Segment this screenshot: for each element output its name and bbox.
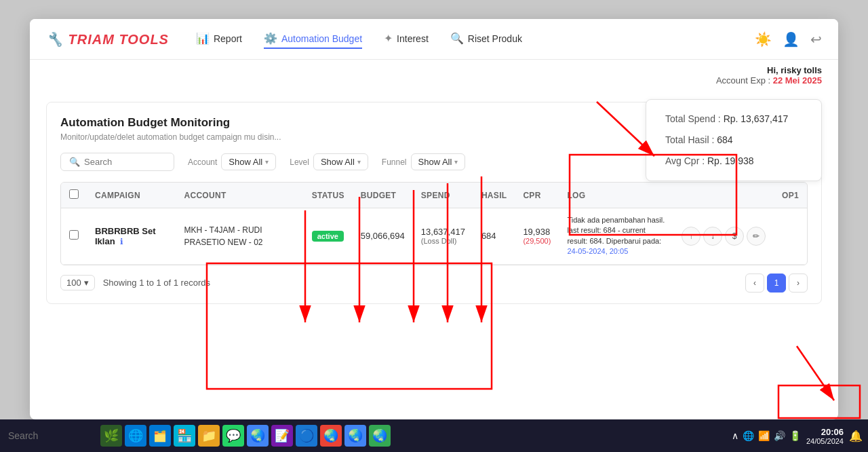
nav-item-automation-budget[interactable]: ⚙️ Automation Budget xyxy=(264,29,362,49)
dollar-button[interactable]: $ xyxy=(725,227,744,246)
taskbar-date: 24/05/2024 xyxy=(806,437,844,445)
page-info: Showing 1 to 1 of 1 records xyxy=(103,278,737,288)
user-icon[interactable]: 👤 xyxy=(783,31,800,48)
filter-group-level: Level Show All ▾ xyxy=(290,153,368,170)
browser-window: 🔧 TRIAM TOOLS 📊 Report ⚙️ Automation Bud… xyxy=(30,19,838,419)
cpr-value: 19,938 xyxy=(523,227,551,237)
col-status: STATUS xyxy=(304,183,353,208)
col-budget: BUDGET xyxy=(353,183,413,208)
taskbar-notification-icon[interactable]: 🔔 xyxy=(849,430,863,442)
taskbar-icon-edge[interactable]: 🌐 xyxy=(125,425,146,447)
taskbar-search-input[interactable] xyxy=(0,430,95,441)
level-chevron-icon: ▾ xyxy=(357,158,361,166)
col-account: ACCOUNT xyxy=(176,183,303,208)
taskbar-icon-chrome3[interactable]: 🌏 xyxy=(344,425,366,447)
nav-item-report[interactable]: 📊 Report xyxy=(196,29,242,49)
col-checkbox xyxy=(61,183,87,208)
search-box[interactable]: 🔍 xyxy=(60,153,174,171)
taskbar-icon-0[interactable]: 🌿 xyxy=(100,425,122,447)
nav-label-interest: Interest xyxy=(397,33,429,44)
status-badge: active xyxy=(312,231,344,242)
level-filter-label: Level xyxy=(290,157,309,167)
taskbar-icon-chrome-green[interactable]: 🌏 xyxy=(247,425,269,447)
nav-items: 📊 Report ⚙️ Automation Budget ✦ Interest… xyxy=(196,29,755,49)
down-button[interactable]: ↓ xyxy=(703,227,722,246)
row-campaign-cell: BRBRBRB Set Iklan ℹ xyxy=(87,208,176,265)
logout-icon[interactable]: ↩ xyxy=(810,31,822,48)
page-1-button[interactable]: 1 xyxy=(767,274,786,293)
row-op1-cell xyxy=(774,208,807,265)
search-icon: 🔍 xyxy=(69,157,80,167)
funnel-chevron-icon: ▾ xyxy=(454,158,458,166)
prev-page-button[interactable]: ‹ xyxy=(745,274,764,293)
account-filter-select[interactable]: Show All ▾ xyxy=(221,153,276,170)
sys-icon-up: ∧ xyxy=(732,430,738,441)
level-filter-select[interactable]: Show All ▾ xyxy=(313,153,368,170)
spend-value: 13,637,417 xyxy=(421,227,465,237)
campaigns-table: CAMPAIGN ACCOUNT STATUS BUDGET SPEND HAS… xyxy=(61,183,807,265)
account-chevron-icon: ▾ xyxy=(265,158,269,166)
account-exp-date: 22 Mei 2025 xyxy=(773,75,822,86)
per-page-select[interactable]: 100 ▾ xyxy=(60,275,95,290)
top-nav-right: ☀️ 👤 ↩ xyxy=(755,31,822,48)
stats-box: Total Spend : Rp. 13,637,417 Total Hasil… xyxy=(646,99,822,181)
pagination-row: 100 ▾ Showing 1 to 1 of 1 records ‹ 1 › xyxy=(60,274,808,293)
taskbar-sys-icons: ∧ 🌐 📶 🔊 🔋 xyxy=(732,430,801,441)
taskbar-icon-onenote[interactable]: 📝 xyxy=(271,425,293,447)
col-hasil: HASIL xyxy=(473,183,515,208)
funnel-filter-value: Show All xyxy=(418,157,452,167)
taskbar-icon-chrome4[interactable]: 🌏 xyxy=(369,425,391,447)
taskbar-icons: 🌿 🌐 🗂️ 🏪 📁 💬 🌏 📝 🔵 🌏 🌏 🌏 xyxy=(95,425,396,447)
stat-total-hasil: Total Hasil : 684 xyxy=(665,133,802,147)
nav-label-riset: Riset Produk xyxy=(468,33,522,44)
row-cpr-cell: 19,938 (29,500) xyxy=(515,208,559,265)
total-spend-amount: Rp. 13,637,417 xyxy=(724,113,789,124)
nav-item-interest[interactable]: ✦ Interest xyxy=(384,29,429,49)
col-op1: OP1 xyxy=(774,183,807,208)
level-filter-value: Show All xyxy=(321,157,355,167)
taskbar-icon-whatsapp[interactable]: 💬 xyxy=(222,425,244,447)
per-page-chevron-icon: ▾ xyxy=(84,278,89,288)
account-filter-label: Account xyxy=(188,157,217,167)
row-checkbox[interactable] xyxy=(69,230,79,240)
up-button[interactable]: ↑ xyxy=(682,227,701,246)
sys-icon-network: 🌐 xyxy=(743,430,754,441)
nav-item-riset[interactable]: 🔍 Riset Produk xyxy=(450,29,522,49)
row-action-cell: ↑ ↓ $ ✏ xyxy=(673,208,774,265)
per-page-value: 100 xyxy=(66,278,81,288)
row-log-cell: Tidak ada penambahan hasil. last result:… xyxy=(559,208,673,265)
automation-icon: ⚙️ xyxy=(264,32,277,45)
taskbar-icon-chrome2[interactable]: 🌏 xyxy=(320,425,342,447)
next-page-button[interactable]: › xyxy=(789,274,808,293)
action-icons: ↑ ↓ $ ✏ xyxy=(682,227,766,246)
theme-icon[interactable]: ☀️ xyxy=(755,31,772,48)
taskbar-icon-msstore[interactable]: 🏪 xyxy=(174,425,195,447)
select-all-checkbox[interactable] xyxy=(69,189,79,199)
taskbar-icon-blue1[interactable]: 🔵 xyxy=(296,425,317,447)
page-nav: ‹ 1 › xyxy=(745,274,808,293)
info-icon[interactable]: ℹ xyxy=(120,237,123,246)
total-hasil-label: Total Hasil : xyxy=(665,134,714,145)
campaign-name: BRBRBRB Set Iklan xyxy=(95,226,156,246)
riset-icon: 🔍 xyxy=(450,32,464,45)
nav-label-report: Report xyxy=(214,33,242,44)
sys-icon-wifi: 📶 xyxy=(758,430,770,441)
stat-total-spend: Total Spend : Rp. 13,637,417 xyxy=(665,112,802,126)
taskbar-icon-store[interactable]: 🗂️ xyxy=(149,425,171,447)
account-cell-text: MKH - T4JAM - RUDI PRASETIO NEW - 02 xyxy=(184,224,295,248)
search-input[interactable] xyxy=(84,157,165,167)
table-header-row: CAMPAIGN ACCOUNT STATUS BUDGET SPEND HAS… xyxy=(61,183,807,208)
taskbar-icon-files[interactable]: 📁 xyxy=(198,425,220,447)
col-campaign: CAMPAIGN xyxy=(87,183,176,208)
funnel-filter-select[interactable]: Show All ▾ xyxy=(411,153,466,170)
edit-button[interactable]: ✏ xyxy=(747,227,766,246)
row-spend-cell: 13,637,417 (Loss Doll) xyxy=(413,208,473,265)
user-info-bar: Hi, risky tolls Account Exp : 22 Mei 202… xyxy=(30,60,838,86)
spend-note: (Loss Doll) xyxy=(421,237,465,245)
taskbar-right: ∧ 🌐 📶 🔊 🔋 20:06 24/05/2024 🔔 xyxy=(732,427,868,445)
budget-value: 59,066,694 xyxy=(361,231,405,241)
interest-icon: ✦ xyxy=(384,32,393,45)
avg-cpr-label: Avg Cpr : xyxy=(665,155,705,166)
log-date: 24-05-2024, 20:05 xyxy=(567,247,628,255)
funnel-filter-label: Funnel xyxy=(382,157,407,167)
